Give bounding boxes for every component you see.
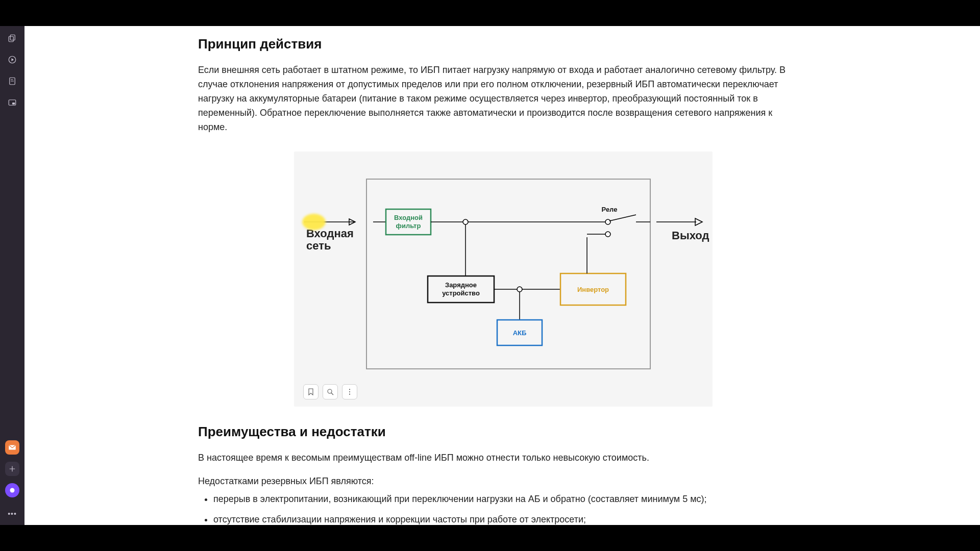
diagram-battery: АКБ — [513, 329, 527, 337]
svg-point-32 — [349, 391, 350, 392]
ups-diagram-figure: Входная сеть Входной фильтр — [294, 152, 713, 407]
svg-point-24 — [605, 232, 610, 237]
svg-rect-1 — [9, 36, 13, 42]
diagram-input-label-2: сеть — [306, 239, 331, 252]
diagram-charger-1: Зарядное — [445, 281, 477, 289]
cons-list: перерыв в электропитании, возникающий пр… — [213, 492, 795, 525]
svg-line-25 — [609, 215, 636, 221]
svg-point-6 — [10, 488, 15, 493]
content-frame: Принцип действия Если внешняя сеть работ… — [24, 26, 980, 525]
sidebar-play-icon[interactable] — [5, 53, 19, 67]
section-title-proscons: Преимущества и недостатки — [198, 424, 795, 440]
section-para-pros: В настоящее время к весомым преимущества… — [198, 451, 795, 465]
figure-bookmark-button[interactable] — [303, 384, 318, 399]
svg-rect-0 — [10, 35, 15, 40]
section-para-principle: Если внешняя сеть работает в штатном реж… — [198, 63, 795, 134]
diagram-filter-2: фильтр — [396, 222, 421, 230]
svg-marker-28 — [695, 218, 702, 226]
figure-lens-button[interactable] — [323, 384, 338, 399]
sidebar-mail-icon[interactable] — [5, 440, 19, 455]
sidebar-more-icon[interactable]: ••• — [8, 510, 17, 518]
section-para-cons-intro: Недостатками резервных ИБП являются: — [198, 474, 795, 489]
sidebar-pip-icon[interactable] — [5, 95, 19, 110]
app-sidebar: ••• — [0, 26, 24, 525]
diagram-relay: Реле — [602, 206, 618, 213]
figure-more-button[interactable] — [342, 384, 357, 399]
diagram-charger-2: устройство — [442, 289, 480, 297]
sidebar-copy-icon[interactable] — [5, 31, 19, 45]
section-title-principle: Принцип действия — [198, 36, 795, 52]
svg-point-33 — [349, 394, 350, 395]
svg-point-17 — [517, 287, 522, 292]
svg-point-29 — [328, 389, 332, 393]
svg-line-30 — [331, 393, 333, 395]
svg-point-13 — [463, 219, 468, 224]
cons-item: перерыв в электропитании, возникающий пр… — [213, 492, 795, 507]
svg-point-31 — [349, 389, 350, 390]
diagram-filter-1: Входной — [394, 214, 423, 221]
svg-point-23 — [605, 219, 610, 224]
diagram-inverter: Инвертор — [577, 286, 609, 293]
cons-item: отсутствие стабилизации напряжения и кор… — [213, 512, 795, 525]
figure-toolbar — [303, 384, 357, 399]
sidebar-add-icon[interactable] — [5, 462, 19, 476]
svg-rect-5 — [12, 103, 15, 105]
sidebar-assistant-icon[interactable] — [5, 483, 19, 497]
diagram-output: Выход — [672, 229, 709, 242]
sidebar-doc-icon[interactable] — [5, 74, 19, 88]
